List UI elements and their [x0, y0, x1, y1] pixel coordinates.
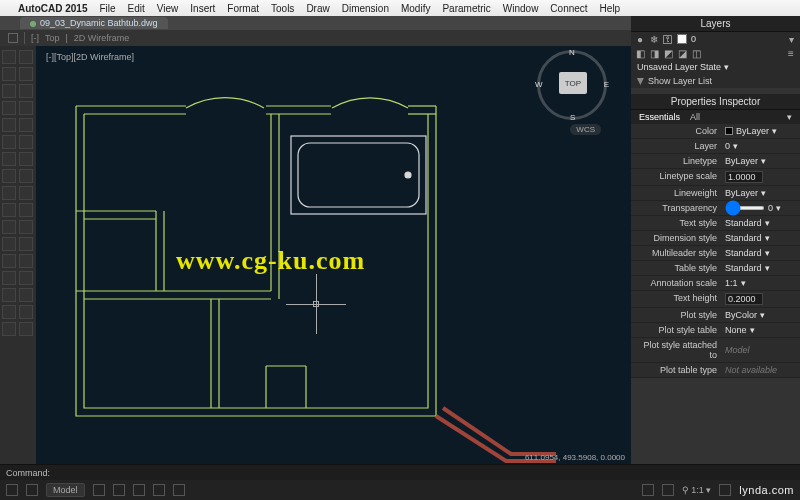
tab-essentials[interactable]: Essentials	[639, 112, 680, 122]
tool-misc-3-icon[interactable]	[19, 322, 33, 336]
prop-value[interactable]: Standard ▾	[721, 261, 800, 276]
status-icon-1[interactable]	[6, 484, 18, 496]
menu-parametric[interactable]: Parametric	[442, 3, 490, 14]
document-tab[interactable]: 09_03_Dynamic Bathtub.dwg	[20, 17, 168, 29]
menu-format[interactable]: Format	[227, 3, 259, 14]
prop-value[interactable]: 0.2000	[721, 291, 800, 308]
status-icon-2[interactable]	[26, 484, 38, 496]
view-name[interactable]: Top	[45, 33, 60, 43]
prop-value[interactable]: ByLayer ▾	[721, 154, 800, 169]
panel-collapse-icon[interactable]: ▾	[787, 112, 792, 122]
tool-hatch-icon[interactable]	[2, 101, 16, 115]
menu-insert[interactable]: Insert	[190, 3, 215, 14]
menu-window[interactable]: Window	[503, 3, 539, 14]
tool-copy-icon[interactable]	[2, 135, 16, 149]
tool-block-icon[interactable]	[2, 237, 16, 251]
menu-view[interactable]: View	[157, 3, 179, 14]
compass-s[interactable]: S	[570, 113, 575, 122]
tool-move-icon[interactable]	[19, 118, 33, 132]
tool-array-icon[interactable]	[2, 203, 16, 217]
model-space-viewport[interactable]: [-][Top][2D Wireframe]	[36, 46, 631, 464]
tool-help-icon[interactable]	[2, 305, 16, 319]
command-input[interactable]	[56, 467, 794, 478]
tool-arc-icon[interactable]	[19, 67, 33, 81]
tool-insert-icon[interactable]	[19, 237, 33, 251]
tool-polyline-icon[interactable]	[19, 50, 33, 64]
status-icon-scale[interactable]	[662, 484, 674, 496]
menu-dimension[interactable]: Dimension	[342, 3, 389, 14]
prop-value[interactable]: 0 ▾	[721, 201, 800, 216]
numeric-field[interactable]: 0.2000	[725, 293, 763, 305]
tool-trim-icon[interactable]	[2, 169, 16, 183]
viewcube-face[interactable]: TOP	[559, 72, 587, 94]
tab-all[interactable]: All	[690, 112, 700, 122]
tool-group-icon[interactable]	[2, 271, 16, 285]
transparency-slider[interactable]	[725, 206, 765, 210]
current-layer-row[interactable]: ● ❄ ⚿ 0 ▾	[631, 32, 800, 46]
tool-layer-icon[interactable]	[2, 254, 16, 268]
menu-draw[interactable]: Draw	[306, 3, 329, 14]
menu-file[interactable]: File	[99, 3, 115, 14]
tool-scale-icon[interactable]	[2, 152, 16, 166]
prop-value[interactable]: ByLayer ▾	[721, 124, 800, 139]
lightbulb-icon[interactable]: ●	[635, 34, 645, 44]
visual-style[interactable]: 2D Wireframe	[74, 33, 130, 43]
status-icon-ortho[interactable]	[133, 484, 145, 496]
status-icon-polar[interactable]	[153, 484, 165, 496]
lock-icon[interactable]: ⚿	[663, 34, 673, 44]
compass-w[interactable]: W	[535, 80, 543, 89]
layer-tool-2-icon[interactable]: ◨	[649, 48, 659, 58]
menu-modify[interactable]: Modify	[401, 3, 430, 14]
wcs-indicator[interactable]: WCS	[570, 124, 601, 135]
prop-value[interactable]: 1.0000	[721, 169, 800, 186]
freeze-icon[interactable]: ❄	[649, 34, 659, 44]
prop-value[interactable]: 1:1 ▾	[721, 276, 800, 291]
layer-tool-5-icon[interactable]: ◫	[691, 48, 701, 58]
menu-tools[interactable]: Tools	[271, 3, 294, 14]
menu-help[interactable]: Help	[600, 3, 621, 14]
app-name[interactable]: AutoCAD 2015	[18, 3, 87, 14]
status-icon-grid[interactable]	[93, 484, 105, 496]
prop-value[interactable]: ByLayer ▾	[721, 186, 800, 201]
tool-line-icon[interactable]	[2, 50, 16, 64]
tool-ungroup-icon[interactable]	[19, 271, 33, 285]
tool-fillet-icon[interactable]	[2, 186, 16, 200]
prop-value[interactable]: Standard ▾	[721, 216, 800, 231]
tool-measure-icon[interactable]	[19, 220, 33, 234]
layer-tool-4-icon[interactable]: ◪	[677, 48, 687, 58]
tool-rectangle-icon[interactable]	[2, 84, 16, 98]
command-line[interactable]: Command:	[0, 464, 800, 480]
tool-ellipse-icon[interactable]	[19, 84, 33, 98]
color-swatch[interactable]	[725, 127, 733, 135]
tool-misc-2-icon[interactable]	[2, 322, 16, 336]
status-icon-snap[interactable]	[113, 484, 125, 496]
status-icon-gear[interactable]	[719, 484, 731, 496]
layer-tool-6-icon[interactable]: ≡	[786, 48, 796, 58]
prop-value[interactable]: None ▾	[721, 323, 800, 338]
tool-extend-icon[interactable]	[19, 169, 33, 183]
tool-dimension-icon[interactable]	[2, 118, 16, 132]
tool-offset-icon[interactable]	[19, 186, 33, 200]
tool-rotate-icon[interactable]	[19, 135, 33, 149]
layer-tool-3-icon[interactable]: ◩	[663, 48, 673, 58]
menu-edit[interactable]: Edit	[128, 3, 145, 14]
prop-value[interactable]: 0 ▾	[721, 139, 800, 154]
layer-tool-1-icon[interactable]: ◧	[635, 48, 645, 58]
status-icon-anno[interactable]	[642, 484, 654, 496]
prop-value[interactable]: Standard ▾	[721, 246, 800, 261]
numeric-field[interactable]: 1.0000	[725, 171, 763, 183]
layer-state-dropdown[interactable]: Unsaved Layer State ▾	[631, 60, 800, 74]
layer-swatch[interactable]	[677, 34, 687, 44]
menu-connect[interactable]: Connect	[550, 3, 587, 14]
compass-e[interactable]: E	[604, 80, 609, 89]
status-icon-osnap[interactable]	[173, 484, 185, 496]
space-indicator[interactable]: Model	[46, 483, 85, 497]
tool-mirror-icon[interactable]	[19, 152, 33, 166]
show-layer-list-toggle[interactable]: ▶Show Layer List	[631, 74, 800, 88]
tool-misc-1-icon[interactable]	[19, 305, 33, 319]
prop-value[interactable]: Standard ▾	[721, 231, 800, 246]
tool-pan-icon[interactable]	[19, 288, 33, 302]
viewcube[interactable]: N S E W TOP	[537, 50, 607, 120]
tool-erase-icon[interactable]	[19, 203, 33, 217]
tool-text-icon[interactable]	[19, 101, 33, 115]
